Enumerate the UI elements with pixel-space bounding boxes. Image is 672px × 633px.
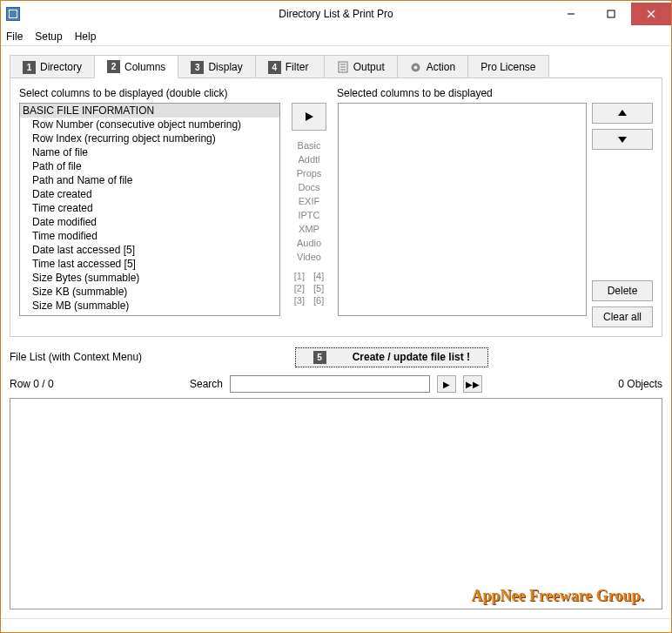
tab-label: Directory [40, 61, 82, 73]
move-up-button[interactable] [592, 103, 653, 124]
list-item[interactable]: Row Index (recurring object numbering) [20, 131, 279, 145]
tab-columns[interactable]: 2 Columns [94, 55, 178, 78]
category-label: EXIF [299, 195, 319, 207]
row-counter: Row 0 / 0 [10, 378, 54, 390]
clear-all-button[interactable]: Clear all [592, 306, 653, 327]
file-list-label: File List (with Context Menu) [10, 351, 142, 363]
tab-output[interactable]: Output [324, 55, 398, 78]
list-item[interactable]: Time last accessed [5] [20, 257, 279, 271]
available-label: Select columns to be displayed (double c… [19, 87, 289, 99]
tab-label: Filter [286, 61, 309, 73]
watermark: AppNee Freeware Group. [472, 587, 644, 605]
object-count: 0 Objects [618, 378, 662, 390]
selected-columns-list[interactable] [338, 103, 587, 316]
footnote-ref: [4] [313, 270, 324, 282]
transfer-column: Basic Addtl Props Docs EXIF IPTC XMP Aud… [286, 103, 333, 327]
search-label: Search [190, 378, 223, 390]
window-title: Directory List & Print Pro [279, 8, 393, 20]
tab-display[interactable]: 3 Display [178, 55, 255, 78]
list-item[interactable]: Name of file [20, 145, 279, 159]
create-label: Create / update file list ! [353, 351, 470, 363]
minimize-button[interactable] [551, 3, 591, 25]
footnote-ref: [3] [294, 294, 305, 306]
category-label: IPTC [298, 209, 319, 221]
footnote-ref: [5] [313, 282, 324, 294]
tab-label: Columns [124, 61, 165, 73]
list-item[interactable]: Date modified [20, 215, 279, 229]
tab-number: 2 [107, 60, 120, 73]
list-item[interactable]: Size GB (summable) [20, 313, 279, 316]
category-label: Props [297, 167, 322, 179]
create-update-button[interactable]: 5 Create / update file list ! [295, 347, 488, 367]
svg-rect-1 [608, 10, 615, 17]
gear-icon [410, 61, 422, 73]
menu-file[interactable]: File [6, 30, 23, 43]
reorder-column: Delete Clear all [592, 103, 653, 327]
list-item[interactable]: Row Number (consecutive object numbering… [20, 118, 279, 131]
tab-bar: 1 Directory 2 Columns 3 Display 4 Filter… [10, 55, 662, 78]
list-item[interactable]: Time modified [20, 229, 279, 243]
tab-action[interactable]: Action [397, 55, 468, 78]
menu-setup[interactable]: Setup [35, 30, 62, 43]
delete-button[interactable]: Delete [592, 280, 653, 301]
list-item[interactable]: Date last accessed [5] [20, 243, 279, 257]
svg-point-9 [414, 65, 418, 69]
tab-label: Pro License [480, 61, 535, 73]
find-last-button[interactable]: ▶▶ [463, 375, 482, 393]
list-item[interactable]: Size MB (summable) [20, 299, 279, 313]
tab-label: Output [353, 61, 385, 73]
footnote-ref: [6] [313, 294, 324, 306]
list-item[interactable]: Size KB (summable) [20, 285, 279, 299]
footnote-ref: [1] [294, 270, 305, 282]
category-label: XMP [299, 223, 319, 235]
status-bar [1, 618, 671, 632]
move-down-button[interactable] [592, 129, 653, 150]
step-number: 5 [313, 351, 326, 364]
search-input[interactable] [230, 375, 430, 393]
footnote-ref: [2] [294, 282, 305, 294]
columns-panel: Select columns to be displayed (double c… [10, 77, 662, 337]
menu-help[interactable]: Help [75, 30, 97, 43]
available-columns-list[interactable]: BASIC FILE INFORMATION Row Number (conse… [19, 103, 280, 316]
file-list-area[interactable]: AppNee Freeware Group. [10, 398, 662, 609]
list-item[interactable]: Size Bytes (summable) [20, 271, 279, 285]
title-bar: Directory List & Print Pro [1, 1, 671, 27]
svg-marker-12 [618, 137, 627, 143]
document-icon [337, 61, 349, 73]
svg-marker-10 [306, 112, 313, 121]
svg-marker-11 [618, 110, 627, 116]
tab-number: 1 [23, 61, 36, 74]
category-label: Audio [297, 237, 321, 249]
tab-label: Action [427, 61, 455, 73]
tab-filter[interactable]: 4 Filter [255, 55, 325, 78]
tab-number: 4 [268, 61, 281, 74]
list-header-basic[interactable]: BASIC FILE INFORMATION [20, 104, 279, 118]
menu-bar: File Setup Help [1, 27, 671, 46]
list-item[interactable]: Path and Name of file [20, 173, 279, 187]
category-label: Basic [298, 139, 321, 152]
add-column-button[interactable] [292, 103, 326, 131]
selected-label: Selected columns to be displayed [337, 87, 493, 99]
tab-number: 3 [191, 61, 204, 74]
tab-label: Display [208, 61, 242, 73]
find-next-button[interactable]: ▶ [437, 375, 456, 393]
category-label: Docs [298, 181, 319, 193]
tab-directory[interactable]: 1 Directory [10, 55, 95, 78]
tab-pro-license[interactable]: Pro License [467, 55, 548, 78]
maximize-button[interactable] [591, 3, 631, 25]
category-label: Video [297, 251, 321, 263]
list-item[interactable]: Time created [20, 201, 279, 215]
app-icon [6, 7, 20, 21]
list-item[interactable]: Path of file [20, 159, 279, 173]
category-label: Addtl [298, 153, 319, 165]
list-item[interactable]: Date created [20, 187, 279, 201]
close-button[interactable] [631, 3, 671, 25]
